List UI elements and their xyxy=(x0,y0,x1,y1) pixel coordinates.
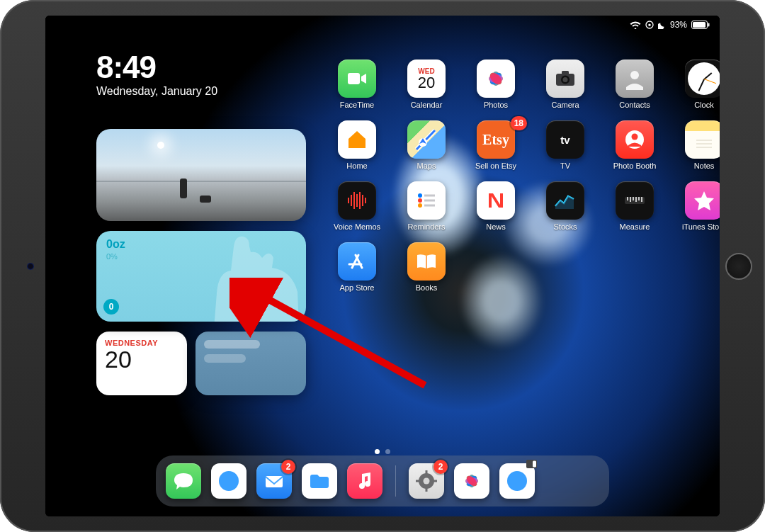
app-facetime[interactable]: FaceTime xyxy=(330,60,384,109)
svg-rect-57 xyxy=(416,480,419,482)
app-maps[interactable]: Maps xyxy=(400,120,453,170)
svg-rect-6 xyxy=(348,73,360,84)
app-label: Photo Booth xyxy=(613,162,657,170)
dock-safari[interactable] xyxy=(211,463,246,499)
dnd-moon-icon xyxy=(658,21,666,29)
facetime-icon xyxy=(344,66,370,91)
app-label: Clock xyxy=(694,101,714,109)
clock-face-icon xyxy=(688,62,720,95)
weather-placeholder-bar xyxy=(204,340,260,349)
list-bullets-icon xyxy=(414,188,439,213)
app-label: Photos xyxy=(484,101,508,109)
maps-arrow-icon xyxy=(414,127,439,152)
app-label: Voice Memos xyxy=(334,222,380,231)
page-indicator[interactable] xyxy=(375,449,390,454)
photo-person-silhouette xyxy=(180,179,187,198)
app-label: Maps xyxy=(417,162,436,170)
app-label: iTunes Store xyxy=(682,222,720,231)
app-label: Contacts xyxy=(619,101,650,109)
app-photo-booth[interactable]: Photo Booth xyxy=(608,120,662,170)
app-photos[interactable]: Photos xyxy=(469,60,523,109)
dock: 2 2 xyxy=(156,455,609,506)
svg-rect-55 xyxy=(426,470,428,474)
svg-line-47 xyxy=(356,255,362,268)
home-button[interactable] xyxy=(725,253,752,280)
notes-lines-icon xyxy=(691,127,717,152)
today-widgets[interactable]: 0oz 0% 0 WEDNESDAY 20 xyxy=(96,129,306,395)
app-notes[interactable]: Notes xyxy=(677,120,720,170)
app-clock[interactable]: Clock xyxy=(677,60,720,109)
compass-icon xyxy=(216,468,242,494)
svg-point-19 xyxy=(630,71,639,79)
app-measure[interactable]: Measure xyxy=(608,181,662,231)
app-home[interactable]: Home xyxy=(330,120,384,170)
dock-messages[interactable] xyxy=(166,463,201,499)
screen[interactable]: 93% 8:49 Wednesday, January 20 0oz 0% 0 xyxy=(45,16,720,516)
clock-date: Wednesday, January 20 xyxy=(96,85,217,98)
dock-mail[interactable]: 2 xyxy=(256,463,292,499)
app-books[interactable]: Books xyxy=(400,242,453,292)
battery-percent: 93% xyxy=(670,20,687,30)
svg-rect-4 xyxy=(708,23,710,27)
dock-music[interactable] xyxy=(347,463,382,499)
app-calendar[interactable]: WED 20 Calendar xyxy=(400,60,453,109)
news-n-icon xyxy=(483,188,509,213)
app-itunes-store[interactable]: iTunes Store xyxy=(677,181,720,231)
dock-settings-badge: 2 xyxy=(434,460,448,474)
calendar-widget[interactable]: WEDNESDAY 20 xyxy=(96,332,187,395)
star-icon xyxy=(691,188,717,213)
app-label: Home xyxy=(346,162,367,170)
app-label: Sell on Etsy xyxy=(475,162,516,170)
dock-settings[interactable]: 2 xyxy=(409,463,444,499)
app-voice-memos[interactable]: Voice Memos xyxy=(330,181,384,231)
photo-dog-silhouette xyxy=(200,196,211,203)
folder-icon xyxy=(307,468,332,494)
svg-point-34 xyxy=(418,198,422,203)
app-contacts[interactable]: Contacts xyxy=(608,60,662,109)
svg-point-35 xyxy=(418,203,422,208)
weather-widget[interactable] xyxy=(196,332,306,395)
svg-point-33 xyxy=(418,193,422,198)
dock-photos[interactable] xyxy=(454,463,489,499)
app-reminders[interactable]: Reminders xyxy=(400,181,453,231)
app-tv[interactable]: tv TV xyxy=(538,120,592,170)
app-stocks[interactable]: Stocks xyxy=(538,181,592,231)
person-icon xyxy=(622,66,647,91)
svg-rect-52 xyxy=(266,476,283,487)
svg-rect-18 xyxy=(562,71,569,74)
app-app-store[interactable]: App Store xyxy=(330,242,384,292)
weather-placeholder-bar xyxy=(204,354,246,363)
front-camera xyxy=(27,263,34,270)
dock-divider xyxy=(395,465,396,497)
app-etsy[interactable]: Etsy Sell on Etsy 18 xyxy=(469,120,523,170)
person-circle-icon xyxy=(622,127,647,152)
slide-over-indicator-icon xyxy=(526,459,538,469)
dock-files[interactable] xyxy=(302,463,337,499)
calendar-day: 20 xyxy=(418,75,435,91)
page-dot-1[interactable] xyxy=(375,449,380,454)
app-label: Calendar xyxy=(411,101,443,109)
svg-point-17 xyxy=(563,77,568,82)
dock-safari-2[interactable] xyxy=(499,463,535,499)
app-label: TV xyxy=(560,162,570,170)
compass-icon xyxy=(504,468,530,494)
app-news[interactable]: News xyxy=(469,181,523,231)
waterllama-silhouette-icon xyxy=(200,231,306,322)
app-badge: 18 xyxy=(511,116,527,130)
water-count-badge: 0 xyxy=(103,299,119,315)
open-book-icon xyxy=(414,249,439,274)
calendar-widget-day: 20 xyxy=(105,347,178,371)
app-label: App Store xyxy=(340,283,375,292)
time-date: 8:49 Wednesday, January 20 xyxy=(96,50,217,98)
svg-rect-58 xyxy=(434,480,437,482)
app-camera[interactable]: Camera xyxy=(538,60,592,109)
water-amount: 0oz xyxy=(106,238,125,251)
page-dot-2[interactable] xyxy=(385,449,390,454)
svg-point-22 xyxy=(632,134,638,140)
app-label: FaceTime xyxy=(340,101,375,109)
photos-widget[interactable] xyxy=(96,129,306,221)
photos-flower-icon xyxy=(459,468,484,494)
speech-bubble-icon xyxy=(171,468,196,494)
water-tracker-widget[interactable]: 0oz 0% 0 xyxy=(96,231,306,322)
battery-icon xyxy=(691,21,710,29)
